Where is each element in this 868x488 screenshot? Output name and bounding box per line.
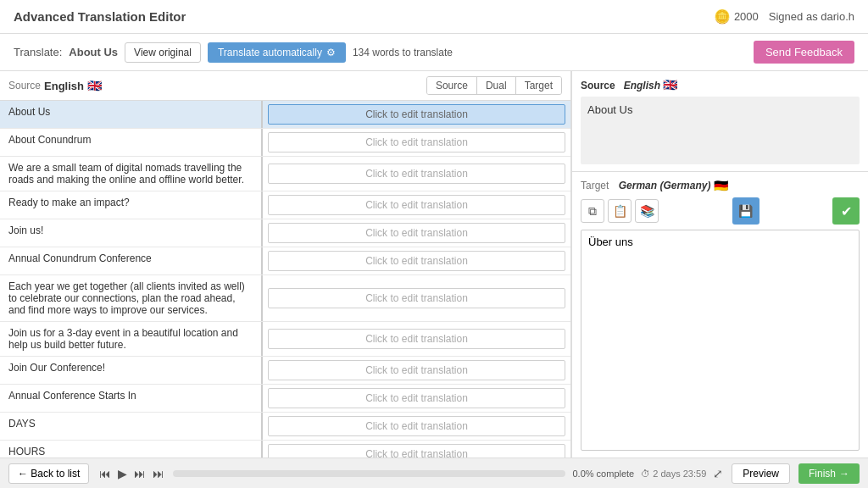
edit-translation-field[interactable]: Click to edit translation [268,388,565,408]
back-to-list-button[interactable]: ← Back to list [8,463,89,484]
skip-forward-button[interactable]: ⏭ [132,467,147,480]
coins-icon: 🪙 [714,8,731,25]
copy-source-button[interactable]: ⧉ [581,199,604,223]
table-row[interactable]: Annual Conference Starts In Click to edi… [0,385,570,413]
source-lang-right: English [624,80,660,92]
target-lang-right: German (Germany) [619,180,711,191]
copy-button[interactable]: 📋 [608,199,632,223]
checkmark-icon: ✔ [841,203,852,219]
edit-translation-field[interactable]: Click to edit translation [268,329,565,349]
edit-translation-field[interactable]: Click to edit translation [268,223,565,243]
target-cell[interactable]: Click to edit translation [263,247,570,274]
source-lang: English [44,80,84,92]
right-panel: Source English 🇬🇧 About Us Target German… [571,71,868,458]
source-cell: About Us [0,101,263,128]
edit-translation-field[interactable]: Click to edit translation [268,288,565,308]
edit-translation-field[interactable]: Click to edit translation [268,132,565,152]
edit-translation-field[interactable]: Click to edit translation [268,104,565,125]
translation-textarea[interactable]: Über uns [581,230,860,451]
target-cell[interactable]: Click to edit translation [263,275,570,321]
toolbar-left: Translate: About Us View original Transl… [14,42,453,63]
table-row[interactable]: Join Our Conference! Click to edit trans… [0,357,570,385]
table-row[interactable]: Join us for a 3-day event in a beautiful… [0,322,570,357]
save-draft-button[interactable]: 💾 [732,197,760,225]
edit-translation-field[interactable]: Click to edit translation [268,444,565,458]
translate-automatically-button[interactable]: Translate automatically ⚙ [208,42,346,63]
target-cell[interactable]: Click to edit translation [263,413,570,440]
tab-target[interactable]: Target [516,77,561,94]
copy-source-icon: ⧉ [588,204,597,219]
confirm-save-button[interactable]: ✔ [832,197,860,225]
progress-bar-container[interactable] [173,470,565,477]
target-cell[interactable]: Click to edit translation [263,191,570,219]
right-target-header: Target German (Germany) 🇩🇪 [581,179,860,192]
translation-panel: Source English 🇬🇧 Source Dual Target Abo… [0,71,571,458]
source-cell: Annual Conundrum Conference [0,247,263,274]
skip-end-button[interactable]: ⏭ [151,467,166,480]
source-cell: We are a small team of digital nomads tr… [0,157,263,191]
media-controls: ⏮ ▶ ⏭ ⏭ [97,467,166,480]
skip-back-button[interactable]: ⏮ [97,467,113,480]
view-tabs: Source Dual Target [426,76,562,95]
target-cell[interactable]: Click to edit translation [263,157,570,191]
send-feedback-button[interactable]: Send Feedback [754,41,854,64]
table-row[interactable]: DAYS Click to edit translation [0,413,570,441]
target-cell[interactable]: Click to edit translation [263,101,570,128]
source-cell: HOURS [0,441,263,458]
target-cell[interactable]: Click to edit translation [263,219,570,247]
source-cell: Join us! [0,219,263,247]
translate-label: Translate: [14,46,62,58]
progress-section: ⏮ ▶ ⏭ ⏭ 0.0% complete ⏱ 2 days 23:59 ⤢ [97,467,723,480]
disk-icon: 💾 [738,204,753,218]
expand-icon[interactable]: ⤢ [713,467,723,480]
target-cell[interactable]: Click to edit translation [263,357,570,384]
target-cell[interactable]: Click to edit translation [263,322,570,356]
header-right: 🪙 2000 Signed as dario.h [714,8,854,25]
table-row[interactable]: Ready to make an impact? Click to edit t… [0,191,570,219]
tab-dual[interactable]: Dual [477,77,516,94]
app-header: Advanced Translation Editor 🪙 2000 Signe… [0,0,868,34]
source-flag-icon: 🇬🇧 [87,79,102,92]
source-label: Source [8,80,41,92]
finish-button[interactable]: Finish → [798,463,860,484]
table-row[interactable]: HOURS Click to edit translation [0,441,570,458]
target-cell[interactable]: Click to edit translation [263,129,570,156]
right-target-section: Target German (Germany) 🇩🇪 ⧉ 📋 📚 💾 [572,172,868,458]
progress-label: 0.0% complete [572,469,634,479]
source-cell: DAYS [0,413,263,440]
table-row[interactable]: We are a small team of digital nomads tr… [0,157,570,191]
target-label-right: Target [581,180,609,191]
translation-table: About Us Click to edit translation About… [0,101,570,458]
settings-icon: ⚙ [326,47,336,58]
target-cell[interactable]: Click to edit translation [263,385,570,412]
table-row[interactable]: About Conundrum Click to edit translatio… [0,129,570,157]
table-row[interactable]: Annual Conundrum Conference Click to edi… [0,247,570,275]
source-cell: About Conundrum [0,129,263,156]
finish-label: Finish [809,468,836,480]
table-row[interactable]: Join us! Click to edit translation [0,219,570,247]
preview-button[interactable]: Preview [732,463,790,484]
edit-translation-field[interactable]: Click to edit translation [268,360,565,380]
finish-arrow-icon: → [839,468,849,480]
edit-translation-field[interactable]: Click to edit translation [268,251,565,271]
source-label-right: Source [581,80,615,92]
edit-translation-field[interactable]: Click to edit translation [268,164,565,184]
table-row[interactable]: Each year we get together (all clients i… [0,275,570,322]
source-flag-right-icon: 🇬🇧 [663,78,677,92]
target-flag-right-icon: 🇩🇪 [714,179,728,192]
source-cell: Each year we get together (all clients i… [0,275,263,321]
edit-translation-field[interactable]: Click to edit translation [268,195,565,215]
words-count-label: 134 words to translate [353,47,453,58]
coins-value: 2000 [734,10,759,23]
page-breadcrumb: About Us [69,46,118,58]
tab-source[interactable]: Source [427,77,477,94]
target-cell[interactable]: Click to edit translation [263,441,570,458]
view-original-button[interactable]: View original [125,42,201,63]
play-button[interactable]: ▶ [116,467,129,480]
history-button[interactable]: 📚 [635,199,659,223]
app-title: Advanced Translation Editor [14,9,186,24]
table-row[interactable]: About Us Click to edit translation [0,101,570,129]
edit-translation-field[interactable]: Click to edit translation [268,416,565,436]
source-cell: Join Our Conference! [0,357,263,384]
history-icon: 📚 [640,204,654,218]
